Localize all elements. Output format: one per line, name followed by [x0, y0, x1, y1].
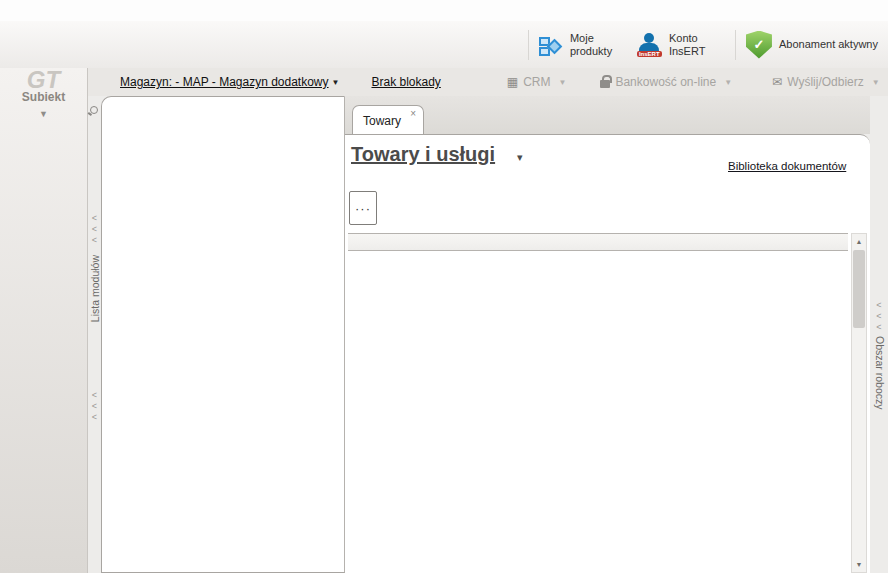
modules-collapse-strip[interactable]: <<< Lista modułów <<<: [88, 96, 101, 573]
table-body: [348, 251, 848, 573]
warehouse-selector[interactable]: Magazyn: - MAP - Magazyn dodatkowy: [120, 75, 329, 89]
send-receive-dropdown[interactable]: ✉ Wyślij/Odbierz ▼: [772, 75, 880, 89]
insert-account-label: Konto InsERT: [669, 32, 725, 57]
shield-check-icon: ✓: [746, 31, 772, 59]
my-products-button[interactable]: Moje produkty: [539, 32, 626, 57]
insert-account-button[interactable]: InsERT Konto InsERT: [636, 32, 725, 58]
toolbar-separator: [528, 30, 529, 60]
tab-label: Towary: [363, 114, 401, 128]
crm-icon: ▦: [507, 75, 518, 89]
main-toolbar: Moje produkty InsERT Konto InsERT ✓ Abon…: [0, 21, 888, 68]
scroll-up-icon[interactable]: ▲: [856, 234, 863, 249]
chevron-down-icon: ▼: [724, 78, 732, 87]
menu-bar: [0, 0, 888, 21]
workspace-collapse-strip[interactable]: <<< Obszar roboczy: [870, 96, 888, 573]
document-library-wrap: Biblioteka dokumentów: [728, 159, 846, 173]
crm-label: CRM: [523, 75, 550, 89]
main-panel: Towary i usługi ▾ Biblioteka dokumentów …: [345, 134, 870, 573]
workspace-strip-label: Obszar roboczy: [874, 336, 886, 410]
insert-account-icon: InsERT: [636, 32, 662, 58]
subscription-label: Abonament aktywny: [779, 38, 878, 51]
chevron-down-icon: ▼: [872, 78, 880, 87]
tab-towary[interactable]: Towary ×: [352, 105, 424, 135]
padlock-icon: [600, 80, 610, 88]
lock-status-link[interactable]: Brak blokady: [371, 75, 440, 89]
scrollbar-thumb[interactable]: [853, 250, 865, 328]
document-library-link[interactable]: Biblioteka dokumentów: [728, 159, 846, 173]
search-icon[interactable]: [90, 106, 98, 114]
modules-sidebar: GT Subiekt ▼: [0, 68, 88, 573]
context-bar: Magazyn: - MAP - Magazyn dodatkowy ▼ Bra…: [0, 68, 888, 96]
send-receive-icon: ✉: [772, 75, 782, 89]
subscription-status[interactable]: ✓ Abonament aktywny: [746, 31, 878, 59]
insert-badge: InsERT: [637, 51, 662, 57]
more-filters-button[interactable]: ···: [349, 191, 377, 225]
scroll-down-icon[interactable]: ▼: [856, 557, 863, 572]
toolbar-separator: [735, 30, 736, 60]
more-modules-icon[interactable]: ▼: [39, 109, 48, 119]
collapse-chevrons: <<<: [88, 213, 101, 246]
chevron-down-icon: ▼: [332, 78, 340, 87]
chevron-down-icon: ▼: [559, 78, 567, 87]
vertical-scrollbar[interactable]: ▲ ▼: [851, 233, 867, 573]
toolbar-right-group: Moje produkty InsERT Konto InsERT ✓ Abon…: [528, 30, 888, 60]
app-name: Subiekt: [22, 90, 65, 104]
navigation-tree: [101, 96, 345, 573]
send-receive-label: Wyślij/Odbierz: [787, 75, 864, 89]
collapse-chevrons: <<<: [88, 390, 101, 423]
online-banking-label: Bankowość on-line: [615, 75, 716, 89]
page-title[interactable]: Towary i usługi: [351, 143, 495, 166]
online-banking-dropdown[interactable]: Bankowość on-line ▼: [600, 75, 732, 89]
title-caret-icon[interactable]: ▾: [517, 151, 523, 164]
gt-logo: GT: [27, 70, 60, 90]
table-header: [348, 233, 848, 251]
crm-dropdown[interactable]: ▦ CRM ▼: [507, 75, 567, 89]
collapse-chevrons: <<<: [870, 300, 888, 333]
modules-strip-label: Lista modułów: [89, 255, 101, 322]
my-products-icon: [539, 33, 563, 57]
app-window: { "menu": { "items": ["Podmiot", "Widok"…: [0, 0, 888, 573]
tab-close-icon[interactable]: ×: [410, 108, 416, 119]
my-products-label: Moje produkty: [570, 32, 626, 57]
